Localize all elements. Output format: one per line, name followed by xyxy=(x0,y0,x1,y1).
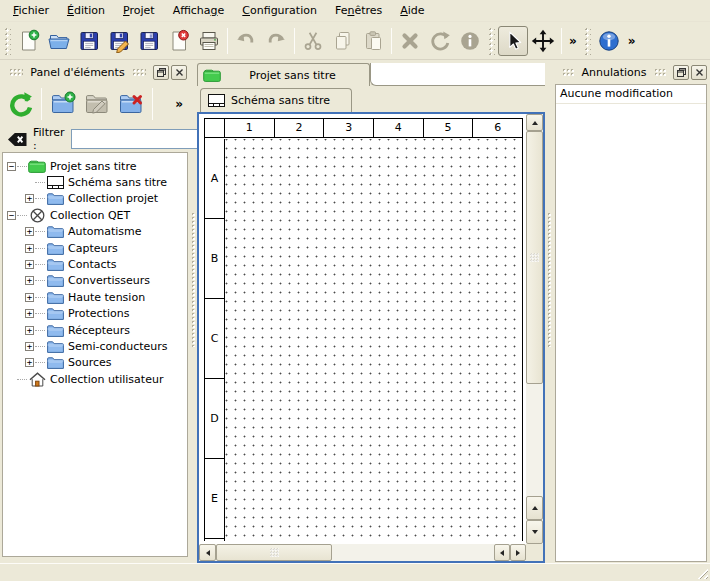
menu-fichier[interactable]: Fichier xyxy=(4,1,58,20)
scroll-left-button[interactable] xyxy=(199,544,216,561)
right-splitter[interactable] xyxy=(546,62,553,563)
toolbar-handle[interactable] xyxy=(488,27,495,55)
redo-button[interactable] xyxy=(261,26,291,56)
folder-edit-button[interactable] xyxy=(80,86,114,122)
rotate-button[interactable] xyxy=(425,26,455,56)
status-bar xyxy=(0,563,710,581)
tree-item-convertisseurs[interactable]: +Convertisseurs xyxy=(3,273,187,289)
tab-schema[interactable]: Schéma sans titre xyxy=(200,88,352,112)
tree-item-protections[interactable]: +Protections xyxy=(3,306,187,322)
tree-item-schema-sans-titre[interactable]: Schéma sans titre xyxy=(3,174,187,190)
tree-item-collection-utilisateur[interactable]: Collection utilisateur xyxy=(3,371,187,387)
info-blue-button[interactable] xyxy=(594,26,624,56)
move-mode-button[interactable] xyxy=(528,26,558,56)
info-icon xyxy=(458,29,482,53)
expand-plus-icon[interactable]: + xyxy=(25,293,34,302)
tree-item-collection-projet[interactable]: +Collection projet xyxy=(3,191,187,207)
float-dock-button[interactable] xyxy=(153,65,169,80)
new-document-button[interactable] xyxy=(14,26,44,56)
scroll-right-button[interactable] xyxy=(510,544,526,561)
open-project-button[interactable] xyxy=(44,26,74,56)
menu-aide[interactable]: Aide xyxy=(391,1,433,20)
expand-plus-icon[interactable]: + xyxy=(25,244,34,253)
menu-affichage[interactable]: Affichage xyxy=(164,1,234,20)
expand-plus-icon[interactable]: + xyxy=(25,326,34,335)
tree-item-label: Haute tension xyxy=(68,291,145,304)
close-document-button[interactable] xyxy=(164,26,194,56)
select-mode-button[interactable] xyxy=(498,26,528,56)
save-all-button[interactable] xyxy=(134,26,164,56)
copy-button[interactable] xyxy=(328,26,358,56)
toolbar-overflow-button[interactable]: » xyxy=(624,34,640,48)
dock-drag-grip[interactable] xyxy=(562,68,574,76)
undo-list-item[interactable]: Aucune modification xyxy=(556,85,706,104)
scroll-up-button[interactable] xyxy=(526,114,543,131)
diagram-grid[interactable] xyxy=(225,139,522,541)
tree-item-recepteurs[interactable]: +Récepteurs xyxy=(3,322,187,338)
menu-configuration[interactable]: Configuration xyxy=(233,1,326,20)
left-splitter[interactable] xyxy=(190,62,197,563)
save-button[interactable] xyxy=(74,26,104,56)
tab-project[interactable]: Projet sans titre xyxy=(197,63,370,86)
expand-plus-icon[interactable]: + xyxy=(25,309,34,318)
tree-item-collection-qet[interactable]: −Collection QET xyxy=(3,207,187,223)
folder-delete-button[interactable] xyxy=(114,86,148,122)
vertical-scrollbar[interactable] xyxy=(526,114,543,544)
expand-plus-icon[interactable]: + xyxy=(25,342,34,351)
schema-canvas[interactable]: 123456 ABCDE xyxy=(197,112,545,563)
elements-tree[interactable]: −Projet sans titreSchéma sans titre+Coll… xyxy=(2,152,188,557)
resize-grip-icon[interactable] xyxy=(695,566,708,579)
copy-icon xyxy=(331,29,355,53)
refresh-button[interactable] xyxy=(3,86,37,122)
expand-plus-icon[interactable]: + xyxy=(25,358,34,367)
menu-fenetres[interactable]: Fenêtres xyxy=(326,1,391,20)
toolbar-handle[interactable] xyxy=(4,27,11,55)
elements-panel-header[interactable]: Panel d'éléments xyxy=(0,62,190,82)
save-as-icon xyxy=(107,29,131,53)
folder-new-button[interactable] xyxy=(46,86,80,122)
clear-filter-icon[interactable] xyxy=(7,132,27,147)
dock-drag-grip[interactable] xyxy=(654,68,666,76)
paste-button[interactable] xyxy=(358,26,388,56)
info-button[interactable] xyxy=(455,26,485,56)
tree-item-capteurs[interactable]: +Capteurs xyxy=(3,240,187,256)
toolbar-overflow-button[interactable]: » xyxy=(171,97,187,111)
vertical-scroll-thumb[interactable] xyxy=(526,131,543,384)
dock-drag-grip[interactable] xyxy=(9,68,23,76)
tree-item-haute-tension[interactable]: +Haute tension xyxy=(3,289,187,305)
horizontal-scroll-thumb[interactable] xyxy=(216,544,332,561)
delete-button[interactable] xyxy=(395,26,425,56)
toolbar-overflow-button[interactable]: » xyxy=(565,34,581,48)
cut-button[interactable] xyxy=(298,26,328,56)
undo-dock-header[interactable]: Annulations xyxy=(553,62,710,82)
tree-item-semi-conducteurs[interactable]: +Semi-conducteurs xyxy=(3,338,187,354)
undo-history-list[interactable]: Aucune modification xyxy=(555,84,707,562)
expand-plus-icon[interactable]: + xyxy=(25,194,34,203)
expand-plus-icon[interactable]: + xyxy=(25,227,34,236)
menu-projet[interactable]: Projet xyxy=(114,1,164,20)
arrow-left-icon xyxy=(206,550,210,556)
collapse-minus-icon[interactable]: − xyxy=(7,162,16,171)
undo-button[interactable] xyxy=(231,26,261,56)
scroll-left-button-2[interactable] xyxy=(494,544,510,561)
menu-edition[interactable]: Édition xyxy=(58,1,114,20)
collapse-minus-icon[interactable]: − xyxy=(7,211,16,220)
expand-plus-icon[interactable]: + xyxy=(25,276,34,285)
tree-item-sources[interactable]: +Sources xyxy=(3,355,187,371)
scroll-up-button-2[interactable] xyxy=(526,496,543,520)
toolbar-handle[interactable] xyxy=(584,27,591,55)
save-as-button[interactable] xyxy=(104,26,134,56)
dock-drag-grip[interactable] xyxy=(132,68,146,76)
float-dock-button[interactable] xyxy=(673,65,689,80)
tree-item-projet-sans-titre[interactable]: −Projet sans titre xyxy=(3,158,187,174)
tree-item-automatisme[interactable]: +Automatisme xyxy=(3,224,187,240)
horizontal-scrollbar[interactable] xyxy=(199,544,526,561)
close-dock-button[interactable] xyxy=(171,65,187,80)
close-dock-button[interactable] xyxy=(691,65,707,80)
print-button[interactable] xyxy=(194,26,224,56)
scroll-down-button[interactable] xyxy=(526,520,543,544)
tree-item-contacts[interactable]: +Contacts xyxy=(3,256,187,272)
tree-item-label: Collection utilisateur xyxy=(50,373,163,386)
undo-icon xyxy=(234,29,258,53)
expand-plus-icon[interactable]: + xyxy=(25,260,34,269)
